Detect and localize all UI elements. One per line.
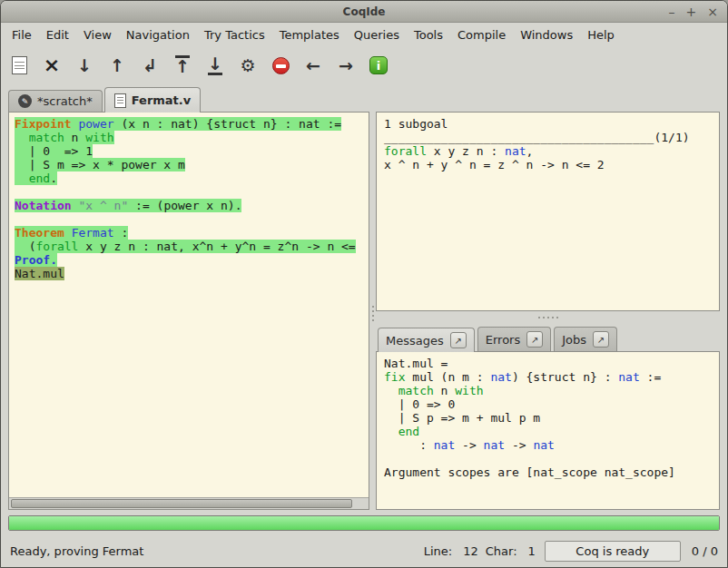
code-line (15, 212, 363, 226)
arrow-left-icon: ← (306, 57, 320, 74)
menu-templates[interactable]: Templates (272, 25, 347, 44)
progress-bar (8, 515, 720, 531)
char-value: 1 (528, 544, 536, 558)
window-controls: – + × (669, 5, 727, 18)
task-counter: 0 / 0 (692, 544, 718, 558)
line-label: Line: (424, 544, 452, 558)
close-icon: × (44, 55, 60, 75)
previous-occurrence-button[interactable]: ← (300, 53, 326, 78)
coq-state-indicator: Coq is ready (545, 541, 681, 562)
menu-tools[interactable]: Tools (407, 25, 450, 44)
tab-label: Messages (386, 334, 444, 348)
code-line: | S m => x * power x m (15, 158, 363, 171)
horizontal-splitter[interactable] (376, 311, 720, 323)
menu-file[interactable]: File (5, 25, 39, 44)
code-line: end. (15, 171, 363, 185)
tab-label: *scratch* (37, 94, 93, 108)
code-line: | 0 => 0 (384, 397, 712, 411)
coqide-window: CoqIde – + × File Edit View Navigation T… (0, 0, 728, 568)
run-to-end-button[interactable]: ↓ (202, 53, 228, 78)
detach-errors-button[interactable]: ↗ (526, 331, 543, 348)
code-line: | S p => m + mul p m (384, 411, 712, 425)
right-column: 1 subgoal_______________________________… (376, 112, 720, 510)
titlebar[interactable]: CoqIde – + × (1, 1, 727, 23)
menu-edit[interactable]: Edit (39, 25, 76, 44)
file-icon (114, 93, 126, 108)
detach-messages-button[interactable]: ↗ (450, 332, 467, 348)
window-title: CoqIde (1, 5, 727, 18)
code-line: x ^ n + y ^ n = z ^ n -> n <= 2 (384, 158, 712, 171)
code-line: ______________________________________(1… (384, 131, 712, 144)
maximize-button[interactable]: + (686, 5, 697, 18)
code-line: match n with (15, 131, 363, 144)
statusbar: Ready, proving Fermat Line: 12 Char: 1 C… (1, 535, 727, 567)
about-button[interactable]: i (366, 53, 391, 78)
code-line: (forall x y z n : nat, x^n + y^n = z^n -… (15, 240, 363, 253)
menu-queries[interactable]: Queries (347, 25, 407, 44)
code-line: Notation "x ^ n" := (power x n). (15, 199, 363, 212)
menubar: File Edit View Navigation Try Tactics Te… (1, 23, 727, 46)
minimize-button[interactable]: – (669, 5, 675, 18)
pencil-icon: ✎ (18, 94, 32, 108)
step-forward-button[interactable]: ↓ (72, 53, 97, 78)
menu-help[interactable]: Help (580, 25, 622, 44)
scrollbar-thumb[interactable] (11, 499, 352, 508)
vertical-splitter[interactable] (369, 112, 376, 510)
goals-pane[interactable]: 1 subgoal_______________________________… (376, 112, 720, 311)
detach-icon: ↗ (531, 335, 538, 345)
arrow-to-top-icon: ↑ (175, 55, 190, 75)
save-button[interactable] (6, 53, 32, 78)
step-backward-button[interactable]: ↑ (104, 53, 130, 78)
splitter-dots (547, 317, 549, 318)
script-editor-pane: Fixpoint power (x n : nat) {struct n} : … (8, 112, 369, 510)
tab-scratch[interactable]: ✎ *scratch* (8, 90, 103, 112)
arrow-right-icon: → (339, 57, 353, 74)
tab-label: Errors (486, 333, 520, 347)
messages-pane[interactable]: Nat.mul =fix mul (n m : nat) {struct n} … (376, 351, 720, 510)
gear-icon: ⚙ (240, 57, 255, 74)
detach-jobs-button[interactable]: ↗ (593, 331, 609, 348)
fully-check-button[interactable]: ⚙ (235, 53, 261, 78)
run-to-cursor-button[interactable]: ↲ (137, 53, 162, 78)
menu-navigation[interactable]: Navigation (119, 25, 197, 44)
code-line: Proof. (15, 253, 363, 267)
code-line: : nat -> nat -> nat (384, 438, 712, 452)
code-line: Theorem Fermat : (15, 226, 363, 240)
progress-fill (9, 516, 719, 530)
code-line (384, 452, 712, 465)
code-line: Nat.mul = (384, 357, 712, 370)
close-buffer-button[interactable]: × (39, 53, 64, 78)
next-occurrence-button[interactable]: → (333, 53, 359, 78)
save-icon (12, 56, 27, 74)
code-line: | 0 => 1 (15, 144, 363, 158)
editor-tabbar: ✎ *scratch* Fermat.v (1, 84, 727, 112)
toolbar: × ↓ ↑ ↲ ↑ ↓ ⚙ ← → i (1, 46, 727, 84)
menu-view[interactable]: View (76, 25, 119, 44)
code-line: end (384, 425, 712, 438)
tab-messages[interactable]: Messages ↗ (378, 328, 475, 352)
menu-try-tactics[interactable]: Try Tactics (197, 25, 272, 44)
code-line: Fixpoint power (x n : nat) {struct n} : … (15, 117, 363, 131)
restart-button[interactable]: ↑ (170, 53, 195, 78)
main-area: Fixpoint power (x n : nat) {struct n} : … (1, 112, 727, 510)
interrupt-button[interactable] (268, 53, 293, 78)
code-line: Nat.mul (15, 267, 363, 280)
tab-jobs[interactable]: Jobs ↗ (554, 327, 617, 351)
tab-label: Fermat.v (132, 93, 192, 107)
menu-windows[interactable]: Windows (513, 25, 580, 44)
detach-icon: ↗ (455, 336, 462, 346)
code-line: Argument scopes are [nat_scope nat_scope… (384, 465, 712, 479)
info-icon: i (369, 56, 388, 74)
detach-icon: ↗ (597, 335, 605, 345)
line-value: 12 (463, 544, 478, 558)
menu-compile[interactable]: Compile (450, 25, 513, 44)
arrow-down-icon: ↓ (77, 57, 92, 74)
script-editor[interactable]: Fixpoint power (x n : nat) {struct n} : … (9, 113, 369, 497)
tab-errors[interactable]: Errors ↗ (477, 327, 551, 351)
arrow-up-icon: ↑ (110, 57, 124, 74)
horizontal-scrollbar[interactable] (9, 497, 369, 509)
splitter-dots (372, 310, 374, 312)
code-line: match n with (384, 384, 712, 397)
tab-fermat[interactable]: Fermat.v (104, 87, 202, 113)
close-button[interactable]: × (707, 5, 718, 18)
